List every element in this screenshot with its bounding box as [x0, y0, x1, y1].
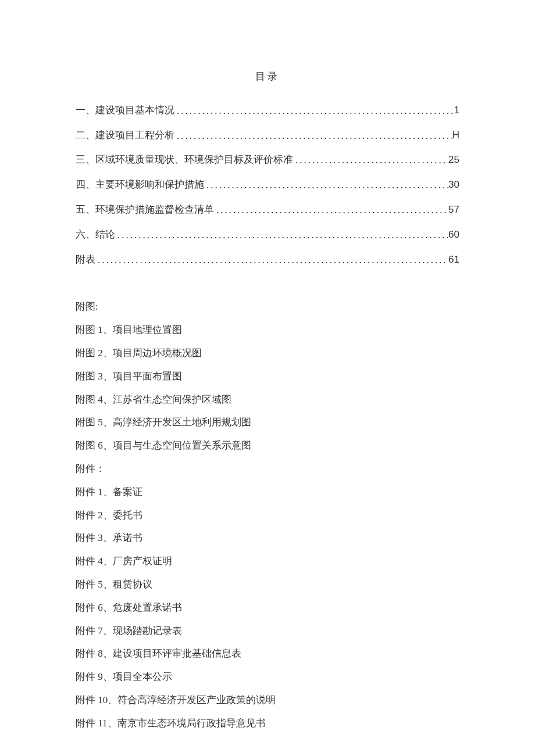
attachments-list: 附件 1、备案证 附件 2、委托书 附件 3、承诺书 附件 4、厂房产权证明 附…: [76, 485, 459, 730]
toc-page-number: H: [452, 128, 459, 142]
item-text: 租赁协议: [113, 579, 152, 590]
item-sep: 、: [103, 579, 113, 590]
item-text: 承诺书: [113, 532, 142, 543]
item-number: 1: [98, 486, 103, 497]
toc-page-number: 25: [448, 153, 459, 167]
toc-entry: 五、环境保护措施监督检查清单 57: [76, 203, 459, 217]
item-number: 5: [98, 579, 103, 590]
item-number: 6: [98, 440, 103, 451]
item-number: 1: [98, 324, 103, 335]
item-text: 项目周边环境概况图: [113, 347, 202, 359]
toc-leader: [115, 228, 448, 242]
item-sep: 、: [103, 556, 113, 567]
toc-label: 一、建设项目基本情况: [76, 103, 174, 117]
item-text: 建设项目环评审批基础信息表: [113, 648, 241, 659]
toc-label: 二、建设项目工程分析: [76, 128, 174, 142]
item-sep: 、: [103, 510, 113, 521]
item-sep: 、: [103, 347, 113, 359]
item-prefix: 附件: [76, 486, 95, 497]
toc-page-number: 61: [448, 253, 459, 267]
attachments-section: 附件： 附件 1、备案证 附件 2、委托书 附件 3、承诺书 附件 4、厂房产权…: [76, 462, 459, 730]
item-prefix: 附图: [76, 417, 95, 428]
toc-label: 附表: [76, 253, 95, 267]
toc-page-number: 1: [454, 103, 459, 117]
item-number: 9: [98, 671, 103, 682]
item-number: 4: [98, 394, 103, 405]
item-number: 3: [98, 532, 103, 543]
item-sep: 、: [103, 440, 113, 451]
item-number: 3: [98, 371, 103, 382]
toc-entry: 三、区域环境质量现状、环境保护目标及评价标准 25: [76, 153, 459, 167]
item-number: 8: [98, 648, 103, 659]
toc-leader: [174, 104, 454, 118]
item-prefix: 附件: [76, 602, 95, 613]
figures-heading: 附图:: [76, 300, 459, 314]
toc-entry: 四、主要环境影响和保护措施 30: [76, 178, 459, 192]
list-item: 附件 4、厂房产权证明: [76, 554, 459, 568]
item-number: 7: [98, 625, 103, 636]
item-text: 项目全本公示: [113, 671, 172, 682]
item-prefix: 附件: [76, 510, 95, 521]
item-sep: 、: [103, 324, 113, 335]
toc-entry: 六、结论 60: [76, 228, 459, 242]
item-text: 江苏省生态空间保护区域图: [113, 394, 231, 405]
item-prefix: 附件: [76, 648, 95, 659]
list-item: 附图 6、项目与生态空间位置关系示意图: [76, 439, 459, 453]
toc-leader: [293, 153, 448, 167]
toc-leader: [174, 129, 452, 143]
item-sep: 、: [103, 417, 113, 428]
item-prefix: 附件: [76, 532, 95, 543]
item-text: 南京市生态环境局行政指导意见书: [117, 718, 266, 729]
toc-entry: 附表 61: [76, 253, 459, 267]
item-text: 项目平面布置图: [113, 371, 182, 382]
toc-label: 四、主要环境影响和保护措施: [76, 178, 204, 192]
list-item: 附件 1、备案证: [76, 485, 459, 499]
item-number: 10: [98, 694, 108, 705]
list-item: 附图 5、高淳经济开发区土地利用规划图: [76, 415, 459, 429]
item-prefix: 附件: [76, 579, 95, 590]
list-item: 附件 9、项目全本公示: [76, 670, 459, 684]
item-number: 2: [98, 510, 103, 521]
list-item: 附件 10、符合高淳经济开发区产业政策的说明: [76, 693, 459, 707]
item-number: 4: [98, 556, 103, 567]
figures-section: 附图: 附图 1、项目地理位置图 附图 2、项目周边环境概况图 附图 3、项目平…: [76, 300, 459, 453]
list-item: 附件 11、南京市生态环境局行政指导意见书: [76, 716, 459, 730]
item-text: 高淳经济开发区土地利用规划图: [113, 417, 251, 428]
item-sep: 、: [108, 694, 117, 705]
toc-entry: 二、建设项目工程分析 H: [76, 128, 459, 142]
toc-page-number: 30: [448, 178, 459, 192]
item-prefix: 附件: [76, 625, 95, 636]
figures-list: 附图 1、项目地理位置图 附图 2、项目周边环境概况图 附图 3、项目平面布置图…: [76, 323, 459, 453]
item-prefix: 附件: [76, 556, 95, 567]
attachments-heading: 附件：: [76, 462, 459, 476]
toc-leader: [214, 203, 448, 217]
item-prefix: 附件: [76, 671, 95, 682]
table-of-contents: 一、建设项目基本情况 1 二、建设项目工程分析 H 三、区域环境质量现状、环境保…: [76, 103, 459, 267]
item-prefix: 附件: [76, 694, 95, 705]
item-sep: 、: [103, 394, 113, 405]
list-item: 附图 3、项目平面布置图: [76, 370, 459, 384]
list-item: 附件 6、危废处置承诺书: [76, 601, 459, 615]
item-number: 5: [98, 417, 103, 428]
list-item: 附图 4、江苏省生态空间保护区域图: [76, 393, 459, 407]
toc-label: 三、区域环境质量现状、环境保护目标及评价标准: [76, 153, 293, 167]
list-item: 附件 8、建设项目环评审批基础信息表: [76, 647, 459, 661]
list-item: 附件 7、现场踏勘记录表: [76, 624, 459, 638]
item-text: 备案证: [113, 486, 142, 497]
toc-entry: 一、建设项目基本情况 1: [76, 103, 459, 117]
list-item: 附件 3、承诺书: [76, 531, 459, 545]
toc-leader: [95, 253, 448, 267]
toc-leader: [204, 178, 448, 192]
item-text: 项目与生态空间位置关系示意图: [113, 440, 251, 451]
item-sep: 、: [103, 602, 113, 613]
toc-page-number: 60: [448, 228, 459, 242]
item-prefix: 附图: [76, 347, 95, 359]
item-text: 现场踏勘记录表: [113, 625, 182, 636]
document-page: 目录 一、建设项目基本情况 1 二、建设项目工程分析 H 三、区域环境质量现状、…: [0, 0, 535, 756]
item-text: 危废处置承诺书: [113, 602, 182, 613]
item-prefix: 附图: [76, 324, 95, 335]
list-item: 附件 5、租赁协议: [76, 578, 459, 592]
list-item: 附图 1、项目地理位置图: [76, 323, 459, 337]
item-sep: 、: [103, 625, 113, 636]
item-prefix: 附图: [76, 440, 95, 451]
